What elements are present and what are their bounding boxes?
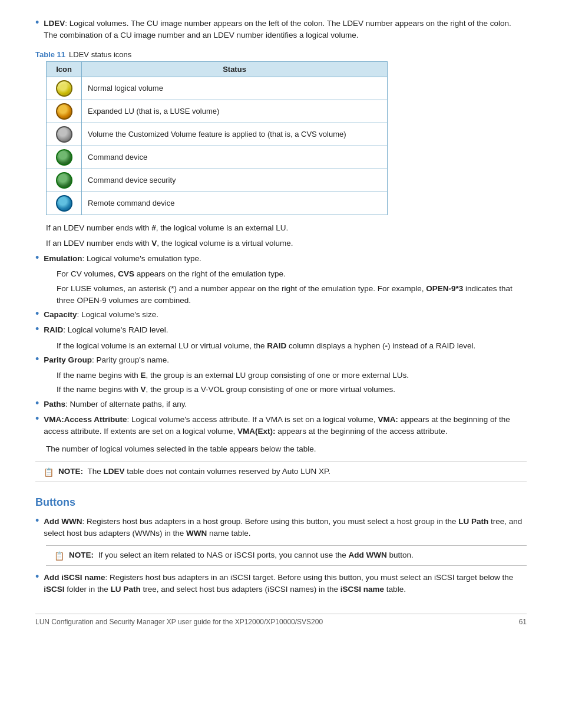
- bullet-dot: •: [35, 308, 39, 321]
- table-row: Command device: [47, 146, 388, 169]
- table-row: Volume the Customized Volume feature is …: [47, 123, 388, 146]
- bullet-emulation: • Emulation: Logical volume's emulation …: [35, 253, 527, 265]
- parity-sub2: If the name begins with V, the group is …: [57, 384, 527, 396]
- expanded-lu-icon: [56, 103, 72, 120]
- icon-cell-cmd: [47, 146, 82, 169]
- table-row: Remote command device: [47, 192, 388, 215]
- parity-sub1: If the name begins with E, the group is …: [57, 370, 527, 381]
- intro-ldev-text: LDEV: Logical volumes. The CU image numb…: [44, 18, 527, 42]
- vma-bold1: VMA:: [378, 415, 398, 424]
- vma-ext-bold: VMA(Ext):: [237, 427, 276, 436]
- add-wwn-bold-note: Add WWN: [348, 551, 386, 559]
- table-row: Command device security: [47, 169, 388, 192]
- remote-cmd-icon: [56, 195, 72, 212]
- emulation-sub2: For LUSE volumes, an asterisk (*) and a …: [57, 283, 527, 307]
- table-caption-text: LDEV status icons: [69, 50, 131, 59]
- ldev-intro-text: : Logical volumes. The CU image number a…: [44, 19, 511, 39]
- bullet-add-wwn: • Add WWN: Registers host bus adapters i…: [35, 516, 527, 540]
- add-iscsi-text: Add iSCSI name: Registers host bus adapt…: [44, 572, 527, 596]
- raid-text: RAID: Logical volume's RAID level.: [44, 324, 527, 336]
- status-cell-expanded: Expanded LU (that is, a LUSE volume): [82, 100, 388, 123]
- icon-cell-remote: [47, 192, 82, 215]
- iscsi-name-bold: iSCSI name: [340, 585, 384, 594]
- lu-path-bold2: LU Path: [111, 585, 141, 594]
- note-box-2: 📋 NOTE: If you select an item related to…: [46, 545, 527, 566]
- iscsi-bold: iSCSI: [44, 585, 64, 594]
- paths-label: Paths: [44, 400, 65, 409]
- wwn-bold: WWN: [186, 529, 207, 538]
- bullet-capacity: • Capacity: Logical volume's size.: [35, 309, 527, 321]
- table-bottom-note: The number of logical volumes selected i…: [46, 443, 527, 455]
- status-cell-cmd: Command device: [82, 146, 388, 169]
- note-2-content: NOTE: If you select an item related to N…: [69, 551, 414, 559]
- note-2-text2: button.: [387, 551, 414, 559]
- note-1-content: NOTE: The LDEV table does not contain vo…: [58, 467, 330, 476]
- raid-bold: RAID: [267, 341, 286, 350]
- hash-bold: #: [151, 223, 156, 232]
- raid-sub1: If the logical volume is an external LU …: [57, 340, 527, 352]
- parity-text: Parity Group: Parity group's name.: [44, 354, 527, 366]
- emulation-text: Emulation: Logical volume's emulation ty…: [44, 253, 527, 265]
- status-cell-remote: Remote command device: [82, 192, 388, 215]
- ldev-label: LDEV: [44, 19, 65, 28]
- cmd-device-security-icon: [56, 172, 72, 189]
- footer-left: LUN Configuration and Security Manager X…: [35, 618, 323, 626]
- table-header-row: Icon Status: [47, 61, 388, 77]
- vma-label: VMA:Access Attribute: [44, 415, 127, 424]
- note-1-bold: LDEV: [104, 467, 125, 476]
- note-2-text: If you select an item related to NAS or …: [98, 551, 349, 559]
- col-header-status: Status: [82, 61, 388, 77]
- note-icon-2: 📋: [54, 551, 64, 561]
- note-1-label: NOTE:: [58, 467, 83, 476]
- icon-cell-normal: [47, 77, 82, 100]
- footer-right: 61: [519, 618, 527, 626]
- emulation-sub1: For CV volumes, CVS appears on the right…: [57, 268, 527, 280]
- lu-path-bold1: LU Path: [458, 517, 488, 526]
- table-caption: Table 11 LDEV status icons: [35, 50, 527, 59]
- status-cell-cvs: Volume the Customized Volume feature is …: [82, 123, 388, 146]
- page-footer: LUN Configuration and Security Manager X…: [35, 614, 527, 626]
- hyphen-bold: -: [385, 341, 388, 350]
- icon-cell-expanded: [47, 100, 82, 123]
- ldev-note-hash: If an LDEV number ends with #, the logic…: [46, 222, 527, 234]
- v2-bold: V: [141, 385, 146, 394]
- normal-lv-icon: [56, 80, 72, 97]
- ldev-status-table: Icon Status Normal logical volume Expand…: [46, 61, 388, 215]
- bullet-vma: • VMA:Access Attribute: Logical volume's…: [35, 414, 527, 438]
- ldev-note-v: If an LDEV number ends with V, the logic…: [46, 238, 527, 249]
- col-header-icon: Icon: [47, 61, 82, 77]
- table-caption-label: Table 11: [35, 50, 65, 59]
- bullet-parity: • Parity Group: Parity group's name.: [35, 354, 527, 366]
- note-icon-1: 📋: [44, 467, 54, 477]
- capacity-label: Capacity: [44, 310, 77, 319]
- buttons-heading: Buttons: [35, 496, 527, 509]
- intro-bullet-ldev: • LDEV: Logical volumes. The CU image nu…: [35, 18, 527, 42]
- bullet-dot: •: [35, 252, 39, 265]
- bullet-dot: •: [35, 397, 39, 410]
- vma-text: VMA:Access Attribute: Logical volume's a…: [44, 414, 527, 438]
- note-1-text2: table does not contain volumes reserved …: [125, 467, 330, 476]
- table-row: Normal logical volume: [47, 77, 388, 100]
- v-bold: V: [151, 239, 157, 248]
- bullet-dot: •: [35, 353, 39, 366]
- parity-label: Parity Group: [44, 355, 92, 364]
- e-bold: E: [141, 371, 146, 380]
- raid-label: RAID: [44, 325, 63, 334]
- cvs-bold: CVS: [118, 269, 134, 278]
- cvs-icon: [56, 126, 72, 143]
- add-wwn-text: Add WWN: Registers host bus adapters in …: [44, 516, 527, 540]
- bullets-section: • Emulation: Logical volume's emulation …: [35, 253, 527, 437]
- note-box-1: 📋 NOTE: The LDEV table does not contain …: [35, 462, 527, 482]
- note-1-text: The: [88, 467, 104, 476]
- capacity-text: Capacity: Logical volume's size.: [44, 309, 527, 321]
- bullet-dot: •: [35, 323, 39, 336]
- paths-text: Paths: Number of alternate paths, if any…: [44, 398, 527, 410]
- add-iscsi-label: Add iSCSI name: [44, 573, 105, 582]
- bullet-dot: •: [35, 571, 39, 584]
- bullet-dot: •: [35, 515, 39, 528]
- open9-bold: OPEN-9*3: [426, 284, 463, 293]
- bullet-raid: • RAID: Logical volume's RAID level.: [35, 324, 527, 336]
- table-row: Expanded LU (that is, a LUSE volume): [47, 100, 388, 123]
- add-wwn-label: Add WWN: [44, 517, 82, 526]
- status-cell-cmd-sec: Command device security: [82, 169, 388, 192]
